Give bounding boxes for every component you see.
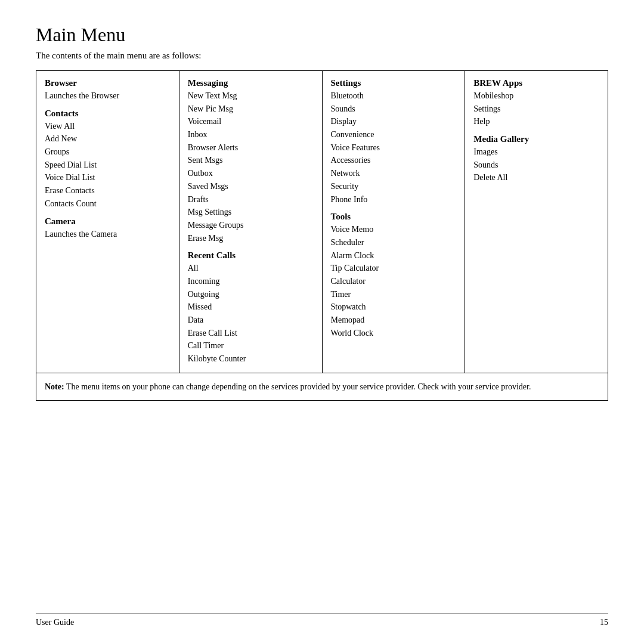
col-header-3: BREW Apps <box>473 78 599 88</box>
list-item: Inbox <box>188 128 314 141</box>
list-item: Images <box>473 145 599 159</box>
list-item: Display <box>331 115 457 128</box>
list-item: Settings <box>473 103 599 116</box>
list-item: Call Timer <box>188 339 314 352</box>
footer: User Guide 15 <box>36 614 608 627</box>
list-item: Kilobyte Counter <box>188 352 314 366</box>
list-item: Timer <box>331 288 457 301</box>
list-item: Mobileshop <box>473 89 599 103</box>
list-item: Sounds <box>473 159 599 172</box>
note-box: Note: The menu items on your phone can c… <box>36 373 608 401</box>
section-header-3-1: Media Gallery <box>473 134 599 144</box>
section-header-2-1: Tools <box>331 212 457 222</box>
list-item: Message Groups <box>188 219 314 232</box>
list-item: Stopwatch <box>331 301 457 314</box>
list-item: Sent Msgs <box>188 154 314 167</box>
list-item: Add New <box>45 132 171 145</box>
list-item: Data <box>188 314 314 327</box>
list-item: Voice Memo <box>331 223 457 236</box>
list-item: Launches the Browser <box>45 89 171 103</box>
list-item: Voicemail <box>188 115 314 128</box>
list-item: Erase Msg <box>188 232 314 245</box>
note-text: The menu items on your phone can change … <box>64 382 531 391</box>
list-item: Convenience <box>331 128 457 141</box>
list-item: Erase Call List <box>188 327 314 340</box>
list-item: Browser Alerts <box>188 141 314 154</box>
section-header-1-1: Recent Calls <box>188 250 314 261</box>
list-item: Missed <box>188 301 314 314</box>
list-item: All <box>188 262 314 275</box>
list-item: Groups <box>45 145 171 159</box>
list-item: Sounds <box>331 103 457 116</box>
footer-right: 15 <box>600 618 608 627</box>
section-header-0-1: Contacts <box>45 109 171 119</box>
list-item: Voice Dial List <box>45 171 171 184</box>
page-title: Main Menu <box>36 24 608 46</box>
list-item: Phone Info <box>331 193 457 206</box>
list-item: Security <box>331 180 457 193</box>
list-item: Help <box>473 115 599 128</box>
section-header-0-2: Camera <box>45 216 171 227</box>
list-item: Outbox <box>188 167 314 180</box>
list-item: Accessories <box>331 154 457 167</box>
list-item: New Pic Msg <box>188 103 314 116</box>
note-bold-text: Note: <box>45 382 64 391</box>
table-col-2: SettingsBluetoothSoundsDisplayConvenienc… <box>322 71 465 373</box>
list-item: World Clock <box>331 327 457 340</box>
page-subtitle: The contents of the main menu are as fol… <box>36 51 608 61</box>
list-item: View All <box>45 120 171 133</box>
list-item: New Text Msg <box>188 89 314 103</box>
list-item: Incoming <box>188 275 314 288</box>
list-item: Bluetooth <box>331 89 457 103</box>
list-item: Saved Msgs <box>188 180 314 193</box>
table-col-3: BREW AppsMobileshopSettingsHelpMedia Gal… <box>465 71 608 373</box>
list-item: Speed Dial List <box>45 159 171 172</box>
list-item: Tip Calculator <box>331 262 457 275</box>
list-item: Erase Contacts <box>45 184 171 197</box>
list-item: Delete All <box>473 171 599 184</box>
list-item: Launches the Camera <box>45 228 171 241</box>
list-item: Outgoing <box>188 288 314 301</box>
list-item: Network <box>331 167 457 180</box>
col-header-1: Messaging <box>188 78 314 88</box>
list-item: Contacts Count <box>45 197 171 210</box>
list-item: Voice Features <box>331 141 457 154</box>
page-content: Main Menu The contents of the main menu … <box>0 0 644 425</box>
main-table: BrowserLaunches the BrowserContactsView … <box>36 70 608 373</box>
table-col-0: BrowserLaunches the BrowserContactsView … <box>36 71 179 373</box>
table-col-1: MessagingNew Text MsgNew Pic MsgVoicemai… <box>179 71 322 373</box>
footer-left: User Guide <box>36 618 74 627</box>
col-header-0: Browser <box>45 78 171 88</box>
col-header-2: Settings <box>331 78 457 88</box>
list-item: Drafts <box>188 193 314 206</box>
list-item: Memopad <box>331 314 457 327</box>
list-item: Scheduler <box>331 236 457 249</box>
list-item: Alarm Clock <box>331 249 457 262</box>
list-item: Calculator <box>331 275 457 288</box>
list-item: Msg Settings <box>188 206 314 219</box>
